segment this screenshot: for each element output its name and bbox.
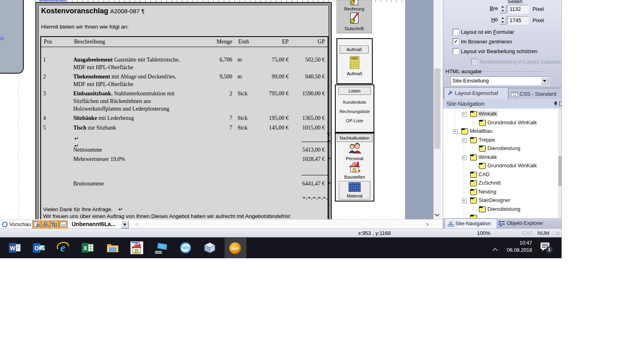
css-view-button[interactable]: css <box>59 220 68 229</box>
stepper-down-icon[interactable] <box>502 10 504 12</box>
tree-connector <box>473 123 479 123</box>
kundenliste-button[interactable]: Kundenliste <box>336 100 374 105</box>
stepper-up-icon[interactable] <box>502 17 504 19</box>
page-preview-button[interactable] <box>32 220 41 229</box>
col-header-pos: Pos <box>44 39 52 45</box>
material-button[interactable]: Material <box>339 181 370 200</box>
page-dropdown-button[interactable] <box>121 220 129 228</box>
material-label: Material <box>339 193 370 198</box>
tab-layout-eigenschaften[interactable]: Layout-Eigenschaf <box>444 87 508 99</box>
width-field[interactable]: 1132 <box>508 5 528 13</box>
workspace-backdrop <box>405 0 434 219</box>
tree-item-cad[interactable]: CAD <box>477 171 491 178</box>
doc-intro: Hiermit bieten wir Ihnen wie folgt an: <box>41 24 129 30</box>
textbearbeitung-checkbox <box>471 59 477 65</box>
scrollbar-thumb[interactable] <box>434 68 440 149</box>
canvas-vertical-scrollbar[interactable] <box>433 0 441 219</box>
internet-explorer-icon[interactable]: e <box>57 241 70 254</box>
outlook-icon[interactable]: O <box>33 241 45 254</box>
height-stepper[interactable] <box>500 16 506 25</box>
page-icon <box>461 128 468 134</box>
svg-text:css: css <box>513 94 516 97</box>
aufmass-button[interactable]: Aufmaß <box>337 56 372 81</box>
tree-expander[interactable] <box>462 199 466 203</box>
html-output-dropdown[interactable]: Site-Einstellung <box>450 76 549 85</box>
tree-item-dienstleistung[interactable]: Dienstleistung <box>486 145 522 152</box>
tree-item-winkalk[interactable]: Winkalk <box>477 154 498 160</box>
pin-icon[interactable] <box>553 101 558 108</box>
return-mark: ↵ <box>118 206 123 212</box>
site-structure-button[interactable] <box>41 220 50 229</box>
zoom-level: 100% <box>477 230 490 236</box>
tree-item-dienstleistung[interactable]: Dienstleistung <box>486 206 522 212</box>
tree-expander[interactable] <box>462 156 466 160</box>
tree-expander[interactable] <box>462 138 466 143</box>
tree-item-zuschnitt[interactable]: ZuSchnitt <box>477 179 502 186</box>
totals-rule <box>301 175 328 175</box>
pilcrow-small: ¶ <box>329 140 330 144</box>
formular-checkbox[interactable] <box>453 29 459 35</box>
right-panel: Seiten Bre 1132 Pixel Hö 1745 Pixel Layo… <box>443 0 562 228</box>
document-page[interactable]: Kostenvoranschlag A2008-087 ¶ Hiermit bi… <box>35 2 332 219</box>
stepper-up-icon[interactable] <box>502 6 504 8</box>
height-field[interactable]: 1745 <box>508 16 528 25</box>
site-navigation-tree[interactable]: Winkalk Grundmodul WinKalk Metallbau Tre… <box>443 109 562 218</box>
canvas-object-partial[interactable]: o <box>0 0 24 74</box>
rechnung-button[interactable]: Rechnung <box>337 0 372 11</box>
layout-schuetzen-checkbox[interactable] <box>453 48 459 54</box>
netobjects-fusion-icon[interactable]: NOF <box>228 241 241 254</box>
current-page-name[interactable]: Unbenannt6La... <box>72 221 116 227</box>
rechnung-label: Rechnung <box>337 6 372 11</box>
tab-site-navigation[interactable]: Site-Navigation <box>445 218 497 228</box>
tree-expander[interactable] <box>453 130 458 134</box>
kalkulation-app-icon[interactable] <box>130 241 143 254</box>
tree-item-metallbau[interactable]: Metallbau <box>469 128 493 134</box>
pilcrow-small: ¶ <box>329 157 330 161</box>
word-icon[interactable]: W <box>8 241 21 254</box>
tree-expander[interactable] <box>462 112 466 117</box>
virtualbox-icon[interactable] <box>203 241 216 254</box>
excel-icon[interactable]: X <box>81 241 94 254</box>
aufmass-panel-header[interactable]: Aufmaß <box>340 45 369 53</box>
aufmass-panel: Aufmaß Aufmaß <box>336 38 373 84</box>
tree-item-grundmodul-winkalk[interactable]: Grundmodul WinKalk <box>486 162 538 169</box>
personal-button[interactable]: Personal <box>336 142 374 161</box>
listen-panel-header[interactable]: Listen <box>339 87 371 95</box>
gutschrift-button[interactable]: Gutschrift <box>337 11 372 32</box>
taskbar-clock[interactable]: 10:47 06.08.2018 <box>495 239 532 254</box>
rechnungsliste-button[interactable]: Rechnungsliste <box>336 109 374 114</box>
tree-item-treppe[interactable]: Treppe <box>477 136 496 143</box>
file-explorer-icon[interactable] <box>106 241 119 254</box>
sync-icon[interactable] <box>179 241 192 254</box>
width-stepper[interactable] <box>500 5 506 13</box>
tree-item-stairdesigner[interactable]: StairDesigner <box>477 197 512 204</box>
layout-schuetzen-label: Layout vor Bearbeitung schützen <box>461 48 537 54</box>
tree-item-grundmodul-winkalk[interactable]: Grundmodul WinKalk <box>486 119 538 126</box>
site-tree-button[interactable] <box>50 220 59 229</box>
personal-icon <box>347 142 363 157</box>
dropdown-arrow-button[interactable] <box>541 77 549 84</box>
tab-scroll-right[interactable]: > <box>426 221 429 227</box>
scroll-down-button[interactable] <box>433 211 441 219</box>
op-liste-button[interactable]: OP-Liste <box>336 118 374 123</box>
baustellen-button[interactable]: Baustellen <box>336 161 374 180</box>
chevron-down-icon <box>123 224 126 226</box>
pilcrow-mark: ¶ <box>327 131 330 137</box>
pilcrow-mark: ¶ <box>141 8 144 14</box>
tab-objekt-explorer[interactable]: Objekt-Explorer <box>497 219 552 228</box>
vorschau-label: Vorschau <box>9 221 31 227</box>
svg-text:X: X <box>83 245 87 251</box>
stepper-down-icon[interactable] <box>502 21 504 23</box>
closing-line: Vielen Dank für Ihre Anfrage. ↵ <box>43 206 123 212</box>
tree-item-nesting[interactable]: Nesting <box>477 188 497 195</box>
remote-desktop-icon[interactable] <box>155 241 168 254</box>
nachkalkulation-panel-header[interactable]: Nachkalkulation <box>337 134 372 142</box>
resize-grip[interactable] <box>556 231 560 235</box>
tab-css-standard[interactable]: css CSS - Standard <box>508 88 562 99</box>
cursor-coordinates: x:953 , y:1168 <box>358 230 391 236</box>
notification-icon[interactable]: 1 <box>540 242 551 253</box>
tree-item-winkalk[interactable]: Winkalk <box>477 110 498 117</box>
browser-zentrieren-checkbox[interactable]: ✓ <box>453 39 459 45</box>
tab-scroll-left[interactable]: < <box>135 221 138 227</box>
preview-bar: Vorschau css Unbenannt6La... < > <box>0 219 443 229</box>
